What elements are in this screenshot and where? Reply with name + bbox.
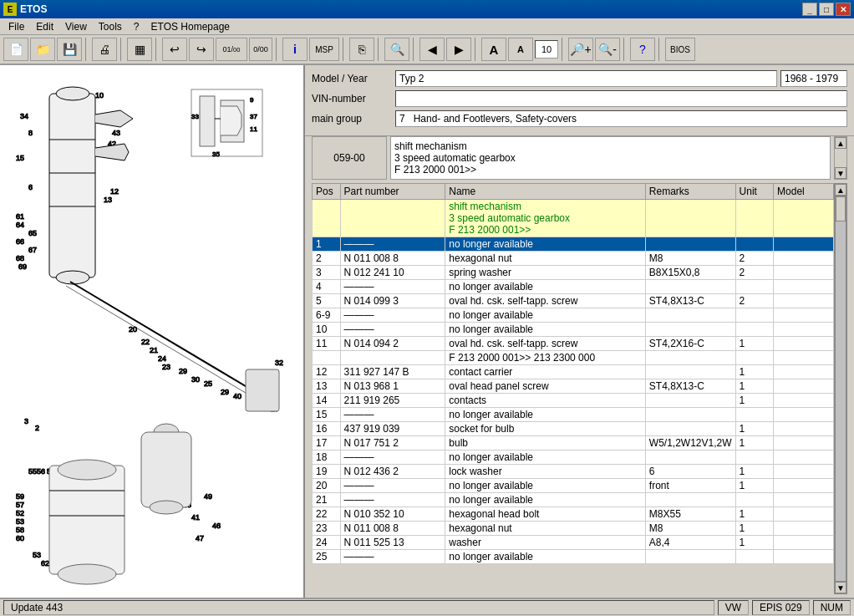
new-button[interactable]: 📄: [3, 38, 28, 61]
menu-view[interactable]: View: [60, 19, 92, 34]
scroll-track: [835, 196, 846, 582]
row-name: hexagonal nut: [445, 252, 646, 266]
model-year-input[interactable]: [395, 70, 777, 87]
msp-button[interactable]: MSP: [309, 38, 339, 61]
table-row[interactable]: 12 311 927 147 B contact carrier 1: [313, 365, 834, 379]
row-remarks: [645, 323, 735, 337]
minimize-button[interactable]: _: [802, 3, 817, 16]
row-model: [774, 266, 834, 280]
print-button[interactable]: 🖨: [92, 38, 117, 61]
table-row[interactable]: 16 437 919 039 socket for bulb 1: [313, 422, 834, 436]
table-row[interactable]: 24 N 011 525 13 washer A8,4 1: [313, 536, 834, 550]
grid-button[interactable]: ▦: [127, 38, 152, 61]
table-row[interactable]: 19 N 012 436 2 lock washer 6 1: [313, 465, 834, 479]
svg-line-32: [70, 282, 267, 399]
svg-text:15: 15: [16, 154, 24, 162]
row-unit: 1: [735, 522, 774, 536]
table-row[interactable]: 20 ——— no longer available front 1: [313, 479, 834, 493]
row-part: N 014 099 3: [340, 294, 445, 308]
svg-text:55: 55: [28, 467, 37, 476]
copy-button[interactable]: ⎘: [349, 38, 374, 61]
toolbar: 📄 📁 💾 🖨 ▦ ↩ ↪ 01/00 0/00 i MSP ⎘ 🔍 ◀ ▶ A…: [0, 35, 854, 65]
prev-button[interactable]: ◀: [419, 38, 445, 61]
row-name: lock washer: [445, 465, 646, 479]
main-group-input[interactable]: [395, 110, 847, 127]
table-row[interactable]: 6-9 ——— no longer available: [313, 308, 834, 323]
row-remarks: M8: [645, 522, 735, 536]
table-row[interactable]: 17 N 017 751 2 bulb W5/1,2W12V1,2W 1: [313, 436, 834, 451]
svg-text:56: 56: [37, 467, 45, 476]
menu-edit[interactable]: Edit: [31, 19, 58, 34]
table-row[interactable]: 2 N 011 008 8 hexagonal nut M8 2: [313, 252, 834, 266]
menu-homepage[interactable]: ETOS Homepage: [146, 19, 236, 34]
num-toggle-button[interactable]: 01/00: [216, 38, 247, 61]
status-update: Update 443: [3, 600, 714, 615]
maximize-button[interactable]: □: [819, 3, 834, 16]
menu-tools[interactable]: Tools: [94, 19, 127, 34]
table-row[interactable]: 25 ——— no longer available: [313, 550, 834, 564]
svg-text:47: 47: [196, 534, 204, 542]
menu-help[interactable]: ?: [129, 19, 145, 34]
row-part: ———: [340, 408, 445, 422]
zero-toggle-button[interactable]: 0/00: [249, 38, 272, 61]
next-button[interactable]: ▶: [446, 38, 471, 61]
table-row[interactable]: 23 N 011 008 8 hexagonal nut M8 1: [313, 522, 834, 536]
scroll-thumb[interactable]: [836, 196, 846, 221]
svg-point-22: [56, 271, 89, 284]
forward-button[interactable]: ↪: [189, 38, 214, 61]
table-header-desc-row[interactable]: shift mechanism 3 speed automatic gearbo…: [313, 200, 834, 237]
table-scrollbar[interactable]: ▲ ▼: [834, 183, 847, 594]
vin-label: VIN-number: [312, 93, 395, 104]
col-header-unit: Unit: [735, 184, 774, 200]
bios-button[interactable]: BIOS: [665, 38, 695, 61]
table-row[interactable]: 13 N 013 968 1 oval head panel screw ST4…: [313, 379, 834, 394]
svg-rect-76: [141, 432, 191, 507]
table-row[interactable]: 22 N 010 352 10 hexagonal head bolt M8X5…: [313, 507, 834, 522]
row-part: N 012 436 2: [340, 465, 445, 479]
open-button[interactable]: 📁: [30, 38, 55, 61]
table-row[interactable]: 11 N 014 094 2 oval hd. csk. self-tapp. …: [313, 337, 834, 351]
row-pos: 12: [313, 365, 341, 379]
row-part: ———: [340, 323, 445, 337]
svg-text:35: 35: [212, 150, 220, 158]
desc-code: 059-00: [312, 136, 387, 180]
desc-scrollbar[interactable]: ▲ ▼: [834, 136, 847, 180]
help-button[interactable]: ?: [630, 38, 655, 61]
table-row[interactable]: 4 ——— no longer available: [313, 280, 834, 294]
save-button[interactable]: 💾: [57, 38, 82, 61]
row-part: N 014 094 2: [340, 337, 445, 351]
table-row[interactable]: F 213 2000 001>> 213 2300 000: [313, 351, 834, 365]
row-pos: 5: [313, 294, 341, 308]
font-large-button[interactable]: A: [481, 38, 506, 61]
table-scroll-up[interactable]: ▲: [835, 184, 846, 196]
table-row[interactable]: 5 N 014 099 3 oval hd. csk. self-tapp. s…: [313, 294, 834, 308]
menu-file[interactable]: File: [3, 19, 29, 34]
table-row[interactable]: 21 ——— no longer available: [313, 493, 834, 507]
scroll-up-arrow[interactable]: ▲: [835, 137, 846, 149]
row-part: ———: [340, 280, 445, 294]
zoom-out-button[interactable]: 🔍-: [595, 38, 620, 61]
table-row[interactable]: 10 ——— no longer available: [313, 323, 834, 337]
row-model: [774, 294, 834, 308]
table-row[interactable]: 1 ——— no longer available: [313, 237, 834, 252]
search-button[interactable]: 🔍: [384, 38, 409, 61]
undo-button[interactable]: ↩: [162, 38, 187, 61]
row-remarks: [645, 550, 735, 564]
row-part: N 012 241 10: [340, 266, 445, 280]
close-button[interactable]: ✕: [836, 3, 851, 16]
zoom-in-button[interactable]: 🔎+: [568, 38, 593, 61]
year-range-input[interactable]: [780, 70, 847, 87]
info-button[interactable]: i: [282, 38, 308, 61]
table-row[interactable]: 15 ——— no longer available: [313, 408, 834, 422]
table-row[interactable]: 14 211 919 265 contacts 1: [313, 394, 834, 408]
table-scroll-down[interactable]: ▼: [835, 582, 846, 593]
scroll-down-arrow[interactable]: ▼: [835, 167, 846, 179]
font-size-display: 10: [535, 40, 558, 59]
table-row[interactable]: 18 ——— no longer available: [313, 451, 834, 465]
row-remarks: [645, 493, 735, 507]
table-row[interactable]: 3 N 012 241 10 spring washer B8X15X0,8 2: [313, 266, 834, 280]
vin-input[interactable]: [395, 90, 847, 107]
table-scroll: Pos Part number Name Remarks Unit Model …: [312, 183, 834, 594]
font-small-button[interactable]: A: [508, 38, 533, 61]
row-remarks: ST4,8X13-C: [645, 294, 735, 308]
